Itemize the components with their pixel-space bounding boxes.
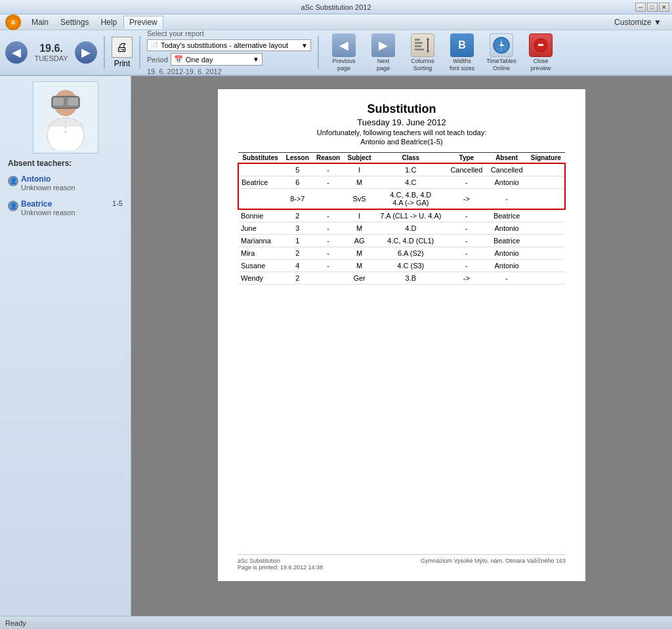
avatar	[33, 81, 98, 153]
table-cell	[527, 209, 565, 222]
table-cell: -	[312, 247, 343, 260]
col-signature: Signature	[527, 153, 565, 164]
table-cell: -	[446, 235, 486, 247]
table-cell: -	[486, 272, 526, 285]
table-cell: Bonnie	[238, 209, 282, 222]
period-section: Period 📅 One day ▼ 19. 6. 2012-19. 6. 20…	[147, 53, 311, 75]
table-row: Mira2-M6.A (S2)-Antonio	[238, 247, 565, 260]
report-arrow-icon: ▼	[301, 42, 308, 49]
teacher-1-row: 👤 Antonio Unknown reason	[8, 174, 123, 192]
table-cell	[312, 189, 343, 210]
print-section[interactable]: 🖨 Print	[112, 37, 133, 68]
close-preview-label: Closepreview	[530, 58, 551, 72]
period-value: One day	[186, 56, 213, 64]
table-cell: 2	[282, 247, 312, 260]
doc-footer: aSc Substitution Page is printed: 19.6.2…	[238, 554, 566, 571]
table-cell	[527, 189, 565, 210]
print-icon: 🖨	[112, 37, 133, 58]
teacher-1-name[interactable]: Antonio	[21, 174, 123, 184]
doc-date: Tuesday 19. June 2012	[238, 117, 566, 127]
timetables-button[interactable]: TimeTablesOnline	[483, 32, 520, 73]
menu-bar: a Main Settings Help Preview Customize ▼	[0, 14, 672, 30]
table-cell: 2	[282, 209, 312, 222]
columns-icon	[411, 33, 434, 57]
prev-page-label: Previouspage	[332, 58, 355, 72]
columns-sorting-label: ColumnsSorting	[411, 58, 434, 72]
table-cell: -	[446, 176, 486, 189]
col-absent: Absent	[486, 153, 526, 164]
col-class: Class	[375, 153, 446, 164]
table-cell: Cancelled	[446, 163, 486, 176]
table-cell: 4.C, 4.D (CL1)	[375, 235, 446, 247]
footer-print-date: Page is printed: 19.6.2012 14:38	[238, 564, 323, 571]
table-cell: ->	[446, 272, 486, 285]
report-dropdown[interactable]: 📄 Today's substitutions - alternative la…	[147, 39, 311, 51]
teacher-1-reason: Unknown reason	[21, 184, 123, 192]
customize-button[interactable]: Customize ▼	[609, 16, 667, 28]
table-cell: 4.C (S3)	[375, 260, 446, 272]
table-cell: 1	[282, 235, 312, 247]
table-cell	[527, 272, 565, 285]
period-dropdown[interactable]: 📅 One day ▼	[171, 53, 262, 66]
title-bar-controls: ─ □ ✕	[635, 3, 669, 12]
restore-button[interactable]: □	[647, 3, 658, 12]
svg-rect-2	[415, 45, 421, 47]
teacher-2-name[interactable]: Beatrice	[21, 199, 110, 209]
table-row: Beatrice6-M4.C-Antonio	[238, 176, 565, 189]
table-cell: 4	[282, 260, 312, 272]
menu-preview[interactable]: Preview	[123, 16, 163, 29]
table-cell: Mira	[238, 247, 282, 260]
table-cell	[527, 235, 565, 247]
absent-teachers-label: Absent teachers:	[8, 159, 72, 168]
svg-rect-1	[415, 42, 423, 44]
table-cell: -	[486, 189, 526, 210]
table-cell: I	[344, 163, 375, 176]
teacher-2-range: 1-5	[112, 199, 123, 207]
menu-settings[interactable]: Settings	[55, 16, 94, 28]
menu-main[interactable]: Main	[26, 16, 54, 28]
table-cell: 6.A (S2)	[375, 247, 446, 260]
title-bar-text: aSc Substitution 2012	[301, 3, 371, 11]
svg-rect-10	[538, 44, 543, 46]
next-page-button[interactable]: ▶ Nextpage	[365, 32, 402, 73]
table-cell: 6	[282, 176, 312, 189]
substitution-table: Substitutes Lesson Reason Subject Class …	[238, 152, 566, 285]
table-cell: M	[344, 176, 375, 189]
widths-button[interactable]: B Widthsfont sizes	[444, 32, 480, 73]
svg-rect-3	[415, 49, 424, 51]
table-row: 8->7SvS4.C, 4.B, 4.D4.A (-> GA)->-	[238, 189, 565, 210]
table-cell	[238, 189, 282, 210]
table-cell: Beatrice	[486, 235, 526, 247]
table-cell: 3	[282, 222, 312, 235]
title-bar: aSc Substitution 2012 ─ □ ✕	[0, 0, 672, 14]
table-cell: M	[344, 222, 375, 235]
separator-3	[318, 36, 319, 69]
doc-title: Substitution	[238, 102, 566, 116]
close-window-button[interactable]: ✕	[659, 3, 669, 12]
teacher-1-icon: 👤	[8, 176, 18, 186]
table-row: Marianna1-AG4.C, 4.D (CL1)-Beatrice	[238, 235, 565, 247]
preview-area: Substitution Tuesday 19. June 2012 Unfor…	[131, 76, 672, 616]
table-cell: -	[312, 176, 343, 189]
nav-left-button[interactable]: ◀	[5, 41, 28, 64]
col-substitutes: Substitutes	[238, 153, 282, 164]
teacher-2-info: Beatrice Unknown reason	[21, 199, 110, 216]
table-cell: SvS	[344, 189, 375, 210]
columns-sorting-button[interactable]: ColumnsSorting	[404, 32, 441, 73]
menu-help[interactable]: Help	[95, 16, 122, 28]
current-day: TUESDAY	[32, 54, 71, 62]
table-cell: AG	[344, 235, 375, 247]
minimize-button[interactable]: ─	[635, 3, 646, 12]
nav-right-button[interactable]: ▶	[75, 41, 97, 64]
close-preview-icon	[529, 33, 553, 57]
teacher-2-icon: 👤	[8, 201, 18, 211]
svg-marker-4	[427, 37, 429, 40]
teacher-1-info: Antonio Unknown reason	[21, 174, 123, 192]
header-row: Substitutes Lesson Reason Subject Class …	[238, 153, 565, 164]
table-cell: Antonio	[486, 176, 526, 189]
table-cell: Antonio	[486, 247, 526, 260]
next-page-label: Nextpage	[377, 58, 390, 72]
close-preview-button[interactable]: Closepreview	[522, 32, 559, 73]
table-cell: 4.C, 4.B, 4.D4.A (-> GA)	[375, 189, 446, 210]
prev-page-button[interactable]: ◀ Previouspage	[326, 32, 362, 73]
